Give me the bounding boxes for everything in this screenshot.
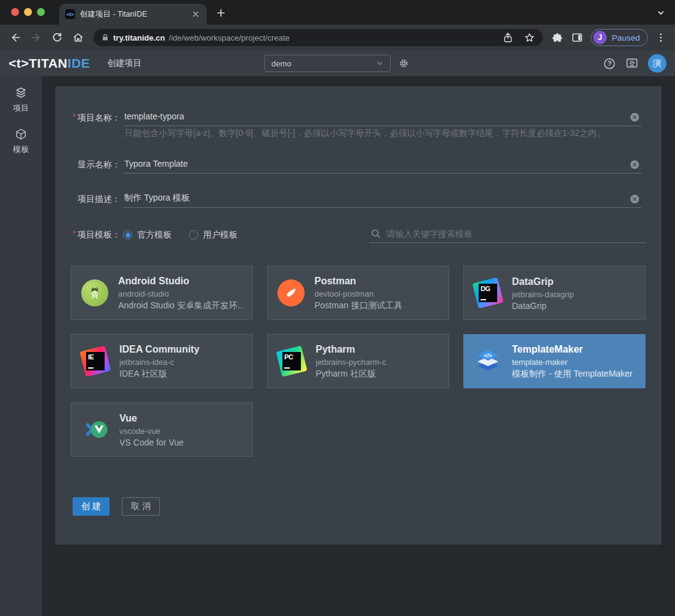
project-desc-field bbox=[123, 191, 642, 208]
zoom-window-button[interactable] bbox=[37, 8, 45, 16]
browser-menu-icon[interactable] bbox=[655, 32, 666, 43]
workarea: 项目 模板 *项目名称： 只能包含小写字母[a-z]、数字[0-9]、破折号[-… bbox=[0, 76, 675, 616]
help-icon[interactable]: ? bbox=[603, 57, 616, 70]
chevron-down-icon bbox=[375, 59, 384, 68]
new-tab-button[interactable] bbox=[214, 6, 228, 20]
required-marker: * bbox=[73, 229, 76, 238]
clear-icon[interactable] bbox=[630, 160, 639, 169]
project-name-input[interactable] bbox=[123, 110, 642, 126]
display-name-input[interactable] bbox=[123, 157, 642, 173]
workspace-select[interactable]: demo bbox=[265, 55, 391, 72]
url-path: /ide/web/workspace/project/create bbox=[169, 33, 290, 42]
template-card-postman[interactable]: Postman devtool-postman Postman 接口测试工具 bbox=[267, 266, 449, 320]
project-name-hint: 只能包含小写字母[a-z]、数字[0-9]、破折号[-]，必须以小写字母开头，必… bbox=[124, 128, 653, 139]
profile-status: Paused bbox=[612, 33, 640, 42]
layers-icon bbox=[14, 86, 28, 100]
template-name: template-maker bbox=[512, 358, 635, 367]
url-domain: try.titanide.cn bbox=[113, 33, 165, 42]
radio-user-label[interactable]: 用户模板 bbox=[203, 230, 238, 241]
radio-user-templates[interactable] bbox=[189, 230, 198, 239]
template-card-grid: Android Studio android-studio Android St… bbox=[71, 266, 645, 457]
browser-profile-button[interactable]: J Paused bbox=[591, 29, 648, 46]
titanide-favicon: <t> bbox=[65, 9, 75, 19]
template-search-field bbox=[369, 226, 646, 243]
template-desc: Pytharm 社区版 bbox=[316, 369, 386, 380]
titanide-logo: <t>TITANIDE bbox=[9, 56, 90, 71]
template-desc: Android Studio 安卓集成开发环… bbox=[118, 300, 242, 311]
logo-main: <t>TITAN bbox=[9, 56, 68, 70]
template-title: DataGrip bbox=[512, 276, 573, 288]
side-panel-icon[interactable] bbox=[571, 31, 583, 44]
user-avatar[interactable]: 演 bbox=[648, 54, 666, 73]
template-card-templatemaker[interactable]: </> TemplateMaker template-maker 模板制作 - … bbox=[463, 334, 645, 388]
tab-search-chevron-icon[interactable] bbox=[654, 6, 668, 20]
browser-tab-strip: <t> 创建项目 - TitanIDE bbox=[0, 0, 675, 25]
project-name-field bbox=[123, 110, 642, 126]
template-title: Postman bbox=[314, 275, 402, 287]
template-card-pycharm[interactable]: PC Pytharm jetbrains-pycharm-c Pytharm 社… bbox=[267, 334, 449, 388]
template-title: Android Studio bbox=[118, 275, 242, 287]
page-title: 创建项目 bbox=[107, 58, 142, 69]
radio-official-templates[interactable] bbox=[123, 230, 132, 239]
svg-text:</>: </> bbox=[484, 353, 492, 359]
vscode-vue-icon bbox=[81, 415, 110, 444]
tab-title: 创建项目 - TitanIDE bbox=[80, 9, 186, 20]
display-name-field bbox=[123, 157, 642, 174]
template-name: jetbrains-pycharm-c bbox=[316, 358, 386, 367]
address-bar[interactable]: try.titanide.cn /ide/web/workspace/proje… bbox=[94, 29, 543, 46]
pycharm-icon: PC bbox=[278, 347, 306, 375]
sidebar-item-projects[interactable]: 项目 bbox=[0, 84, 42, 116]
radio-official-label[interactable]: 官方模板 bbox=[137, 230, 172, 241]
forward-button[interactable] bbox=[27, 28, 46, 47]
template-desc: DataGrip bbox=[512, 301, 573, 311]
search-icon bbox=[370, 228, 381, 239]
home-button[interactable] bbox=[69, 28, 87, 47]
console-settings-icon[interactable] bbox=[625, 57, 639, 70]
template-search-input[interactable] bbox=[386, 229, 645, 239]
required-marker: * bbox=[73, 112, 76, 121]
templatemaker-icon: </> bbox=[474, 347, 502, 375]
datagrip-icon: DG bbox=[474, 279, 502, 307]
minimize-window-button[interactable] bbox=[24, 8, 32, 16]
create-button[interactable]: 创 建 bbox=[73, 497, 110, 516]
back-button[interactable] bbox=[6, 28, 25, 47]
template-card-vue[interactable]: Vue vscode-vue VS Code for Vue bbox=[71, 402, 253, 457]
extensions-puzzle-icon[interactable] bbox=[551, 31, 564, 44]
clear-icon[interactable] bbox=[630, 194, 639, 204]
template-desc: IDEA 社区版 bbox=[119, 369, 199, 380]
svg-text:?: ? bbox=[607, 60, 612, 67]
display-name-label: 显示名称： bbox=[68, 159, 121, 170]
cancel-button[interactable]: 取 消 bbox=[122, 497, 160, 516]
project-name-label: *项目名称： bbox=[68, 112, 121, 124]
template-title: TemplateMaker bbox=[512, 343, 635, 356]
workspace-settings-gear-icon[interactable] bbox=[397, 57, 410, 70]
template-title: Vue bbox=[119, 412, 184, 425]
template-name: android-studio bbox=[118, 289, 242, 298]
app-header: <t>TITANIDE 创建项目 demo ? 演 bbox=[0, 50, 675, 76]
close-window-button[interactable] bbox=[11, 8, 19, 16]
template-name: jetbrains-datagrip bbox=[512, 290, 573, 299]
template-name: devtool-postman bbox=[314, 289, 402, 298]
sidebar-item-templates[interactable]: 模板 bbox=[0, 125, 42, 158]
project-template-label: *项目模板： bbox=[68, 229, 121, 241]
postman-icon bbox=[278, 279, 305, 306]
traffic-lights bbox=[11, 8, 45, 16]
template-card-android-studio[interactable]: Android Studio android-studio Android St… bbox=[71, 266, 253, 320]
lock-icon bbox=[101, 33, 110, 42]
share-icon[interactable] bbox=[502, 32, 514, 44]
template-desc: Postman 接口测试工具 bbox=[314, 300, 402, 311]
bookmark-star-icon[interactable] bbox=[524, 32, 535, 44]
reload-button[interactable] bbox=[48, 28, 66, 47]
template-card-idea-community[interactable]: IE IDEA Community jetbrains-idea-c IDEA … bbox=[71, 334, 253, 388]
project-desc-input[interactable] bbox=[123, 191, 642, 207]
tab-close-icon[interactable] bbox=[191, 9, 201, 19]
template-title: Pytharm bbox=[316, 343, 386, 356]
template-card-datagrip[interactable]: DG DataGrip jetbrains-datagrip DataGrip bbox=[463, 266, 645, 320]
template-name: vscode-vue bbox=[119, 426, 184, 436]
logo-accent: IDE bbox=[68, 56, 90, 70]
android-studio-icon bbox=[81, 279, 108, 306]
clear-icon[interactable] bbox=[630, 113, 639, 122]
sidebar-item-label: 项目 bbox=[13, 103, 29, 114]
browser-tab[interactable]: <t> 创建项目 - TitanIDE bbox=[59, 4, 207, 25]
sidebar-item-label: 模板 bbox=[13, 144, 29, 155]
